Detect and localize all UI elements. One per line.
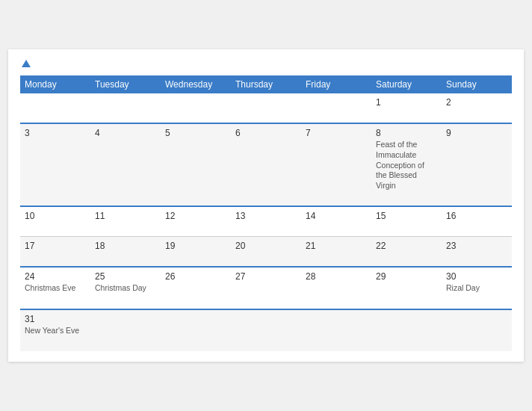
calendar-cell: 5	[161, 123, 231, 206]
day-number: 26	[165, 271, 226, 282]
day-number: 17	[25, 241, 86, 251]
calendar-cell: 20	[231, 237, 301, 268]
calendar-cell: 26	[161, 267, 231, 309]
calendar-cell: 28	[301, 267, 371, 309]
calendar-cell	[371, 309, 442, 351]
calendar-cell: 14	[301, 206, 371, 237]
calendar-table: MondayTuesdayWednesdayThursdayFridaySatu…	[20, 75, 512, 350]
calendar-cell	[90, 309, 161, 351]
day-number: 21	[306, 241, 367, 251]
day-number: 28	[306, 271, 367, 282]
day-number: 3	[25, 128, 86, 138]
day-number: 24	[25, 271, 86, 282]
calendar-cell: 22	[371, 237, 442, 268]
event-label: New Year's Eve	[25, 326, 86, 336]
calendar-cell: 3	[20, 123, 90, 206]
days-header: MondayTuesdayWednesdayThursdayFridaySatu…	[20, 75, 512, 93]
day-number: 8	[376, 128, 437, 138]
day-header-tuesday: Tuesday	[90, 75, 161, 93]
week-row: 345678Feast of the Immaculate Conception…	[20, 123, 512, 206]
day-number: 15	[376, 211, 437, 221]
logo-general-text	[20, 60, 31, 68]
day-header-sunday: Sunday	[442, 75, 512, 93]
logo-triangle-icon	[22, 60, 31, 67]
day-number: 7	[306, 128, 367, 138]
calendar-cell: 8Feast of the Immaculate Conception of t…	[371, 123, 442, 206]
day-number: 29	[376, 271, 437, 282]
event-label: Christmas Day	[95, 283, 156, 294]
week-row: 17181920212223	[20, 237, 512, 268]
calendar-cell: 21	[301, 237, 371, 268]
calendar-cell: 6	[231, 123, 301, 206]
calendar-cell	[231, 309, 301, 351]
day-header-friday: Friday	[301, 75, 371, 93]
day-header-wednesday: Wednesday	[161, 75, 231, 93]
event-label: Christmas Eve	[25, 283, 86, 294]
day-number: 4	[95, 128, 156, 138]
calendar-cell	[301, 309, 371, 351]
calendar-cell: 18	[90, 237, 161, 268]
day-number: 22	[376, 241, 437, 251]
day-number: 31	[25, 314, 86, 324]
day-header-saturday: Saturday	[371, 75, 442, 93]
calendar-cell	[90, 93, 161, 123]
calendar-cell: 25Christmas Day	[90, 267, 161, 309]
calendar-cell: 15	[371, 206, 442, 237]
calendar-cell: 27	[231, 267, 301, 309]
day-number: 23	[446, 241, 507, 251]
calendar-cell	[161, 93, 231, 123]
calendar-container: MondayTuesdayWednesdayThursdayFridaySatu…	[8, 49, 524, 361]
calendar-cell: 11	[90, 206, 161, 237]
calendar-cell	[20, 93, 90, 123]
calendar-cell: 17	[20, 237, 90, 268]
calendar-cell: 16	[442, 206, 512, 237]
day-number: 16	[446, 211, 507, 221]
calendar-cell: 10	[20, 206, 90, 237]
day-number: 30	[446, 271, 507, 282]
event-label: Feast of the Immaculate Conception of th…	[376, 140, 437, 191]
day-number: 13	[235, 211, 297, 221]
calendar-cell	[231, 93, 301, 123]
calendar-body: 12345678Feast of the Immaculate Concepti…	[20, 93, 512, 350]
week-row: 12	[20, 93, 512, 123]
day-number: 14	[306, 211, 367, 221]
day-number: 6	[235, 128, 297, 138]
calendar-cell: 23	[442, 237, 512, 268]
day-number: 10	[25, 211, 86, 221]
calendar-cell: 30Rizal Day	[442, 267, 512, 309]
day-number: 5	[165, 128, 226, 138]
day-number: 18	[95, 241, 156, 251]
calendar-cell: 31New Year's Eve	[20, 309, 90, 351]
day-number: 20	[235, 241, 297, 251]
calendar-cell: 29	[371, 267, 442, 309]
event-label: Rizal Day	[446, 283, 507, 294]
day-number: 27	[235, 271, 297, 282]
calendar-cell	[442, 309, 512, 351]
day-number: 25	[95, 271, 156, 282]
day-number: 9	[446, 128, 507, 138]
calendar-header-row: MondayTuesdayWednesdayThursdayFridaySatu…	[20, 75, 512, 93]
calendar-cell	[161, 309, 231, 351]
calendar-cell: 24Christmas Eve	[20, 267, 90, 309]
day-number: 11	[95, 211, 156, 221]
week-row: 24Christmas Eve25Christmas Day2627282930…	[20, 267, 512, 309]
day-number: 2	[446, 97, 507, 108]
day-number: 1	[376, 97, 437, 108]
calendar-cell: 9	[442, 123, 512, 206]
calendar-cell: 7	[301, 123, 371, 206]
calendar-cell: 12	[161, 206, 231, 237]
calendar-header	[20, 60, 512, 68]
day-number: 19	[165, 241, 226, 251]
calendar-cell: 2	[442, 93, 512, 123]
day-header-thursday: Thursday	[231, 75, 301, 93]
week-row: 31New Year's Eve	[20, 309, 512, 351]
calendar-cell: 19	[161, 237, 231, 268]
calendar-cell: 13	[231, 206, 301, 237]
day-header-monday: Monday	[20, 75, 90, 93]
calendar-cell	[301, 93, 371, 123]
logo	[20, 60, 31, 68]
day-number: 12	[165, 211, 226, 221]
calendar-cell: 1	[371, 93, 442, 123]
calendar-cell: 4	[90, 123, 161, 206]
week-row: 10111213141516	[20, 206, 512, 237]
